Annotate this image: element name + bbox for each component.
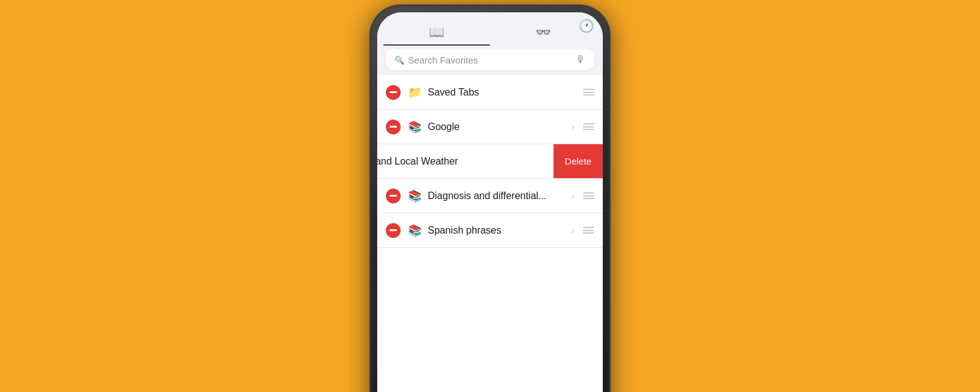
phone-mockup: 📖 👓 🕐 🔍 Search Favorites xyxy=(370,5,610,392)
list-item-google[interactable]: 📚 Google › xyxy=(377,110,603,144)
drag-handle-spanish[interactable] xyxy=(583,227,594,234)
delete-circle-diagnosis[interactable] xyxy=(386,189,401,203)
top-nav: 📖 👓 🕐 xyxy=(377,12,603,46)
diagnosis-label: Diagnosis and differential... xyxy=(428,190,571,202)
screen-content: 📖 👓 🕐 🔍 Search Favorites xyxy=(377,12,603,392)
drag-handle-saved-tabs[interactable] xyxy=(583,89,594,96)
bookmarks-list: 📁 Saved Tabs 📚 G xyxy=(377,75,603,392)
search-bar-container: 🔍 Search Favorites 🎙 xyxy=(377,46,603,75)
history-icon: 🕐 xyxy=(579,19,594,33)
minus-icon xyxy=(390,229,397,231)
minus-icon xyxy=(390,126,397,128)
history-button[interactable]: 🕐 xyxy=(579,18,594,33)
delete-circle-google[interactable] xyxy=(386,120,401,134)
list-item-spanish[interactable]: 📚 Spanish phrases › xyxy=(377,213,603,248)
phone-shell: 📖 👓 🕐 🔍 Search Favorites xyxy=(370,5,610,392)
chevron-icon-diagnosis: › xyxy=(571,191,574,201)
delete-circle-spanish[interactable] xyxy=(386,223,401,238)
search-placeholder-text: Search Favorites xyxy=(408,55,572,65)
tab-group: 📖 👓 xyxy=(383,18,597,46)
minus-icon xyxy=(390,195,397,197)
list-item-weather[interactable]: National and Local Weather › Delete xyxy=(377,144,603,179)
minus-icon xyxy=(390,91,397,93)
drag-handle-diagnosis[interactable] xyxy=(583,192,594,199)
reading-list-icon: 👓 xyxy=(536,25,551,39)
bookmark-icon-spanish: 📚 xyxy=(408,224,422,237)
mic-icon[interactable]: 🎙 xyxy=(576,54,586,65)
google-label: Google xyxy=(428,121,571,133)
list-item-diagnosis[interactable]: 📚 Diagnosis and differential... › xyxy=(377,179,603,213)
saved-tabs-label: Saved Tabs xyxy=(428,87,579,98)
folder-icon-saved-tabs: 📁 xyxy=(408,86,422,99)
spanish-label: Spanish phrases xyxy=(428,225,571,236)
chevron-icon-google: › xyxy=(571,122,574,132)
phone-screen: 📖 👓 🕐 🔍 Search Favorites xyxy=(377,12,603,392)
bookmark-icon-google: 📚 xyxy=(408,120,422,134)
delete-circle-saved-tabs[interactable] xyxy=(386,85,401,100)
bookmark-icon-diagnosis: 📚 xyxy=(408,189,422,203)
drag-handle-google[interactable] xyxy=(583,123,594,130)
search-icon: 🔍 xyxy=(394,55,404,65)
delete-label-weather: Delete xyxy=(565,156,591,166)
tab-bookmarks[interactable]: 📖 xyxy=(383,18,490,46)
delete-button-weather[interactable]: Delete xyxy=(553,144,603,178)
chevron-icon-spanish: › xyxy=(571,226,574,235)
weather-label: National and Local Weather xyxy=(377,156,571,167)
bookmarks-icon: 📖 xyxy=(429,25,444,39)
list-item-saved-tabs[interactable]: 📁 Saved Tabs xyxy=(377,75,603,110)
search-bar[interactable]: 🔍 Search Favorites 🎙 xyxy=(386,49,594,70)
